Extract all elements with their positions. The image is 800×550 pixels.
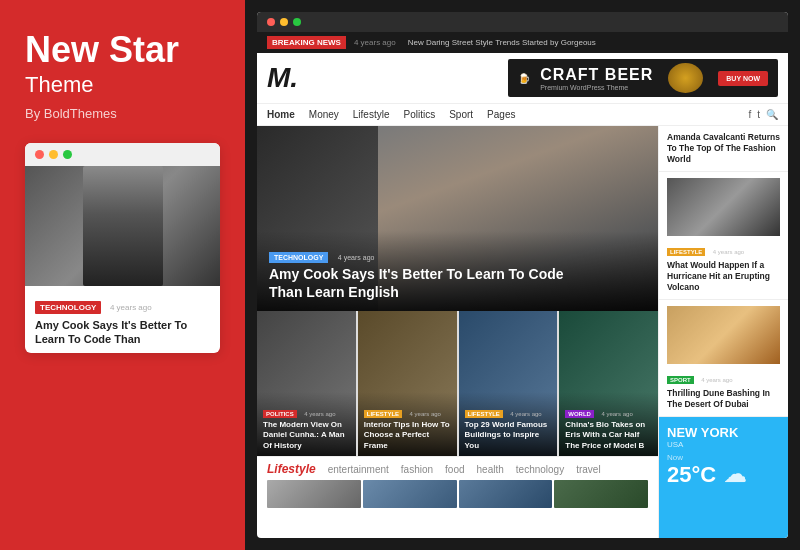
ad-title: CRAFT BEER [540, 66, 653, 84]
grid-tag-2: LIFESTYLE [364, 410, 402, 418]
search-icon[interactable]: 🔍 [766, 109, 778, 120]
sidebar-mid-image [667, 178, 780, 236]
nav-lifestyle[interactable]: Lifestyle [353, 109, 390, 120]
sidebar-bottom-tag: SPORT [667, 376, 694, 384]
featured-overlay: TECHNOLOGY 4 years ago Amy Cook Says It'… [257, 231, 658, 311]
nav-social: f t 🔍 [748, 109, 778, 120]
grid-tag-3: LIFESTYLE [465, 410, 503, 418]
ad-banner[interactable]: 🍺 CRAFT BEER Premium WordPress Theme BUY… [508, 59, 778, 97]
mini-browser: TECHNOLOGY 4 years ago Amy Cook Says It'… [25, 143, 220, 354]
nav-politics[interactable]: Politics [404, 109, 436, 120]
mini-browser-chrome [25, 143, 220, 166]
featured-headline: Amy Cook Says It's Better To Learn To Co… [269, 265, 589, 301]
byline: By BoldThemes [25, 106, 220, 121]
mini-article-age: 4 years ago [110, 303, 152, 312]
sidebar-mid-age: 4 years ago [713, 249, 744, 255]
weather-widget: NEW YORK USA Now 25°C ☁ [659, 417, 788, 538]
brand-title: New Star [25, 30, 220, 70]
grid-item-3[interactable]: LIFESTYLE 4 years ago Top 29 World Famou… [459, 311, 558, 456]
sidebar-mid-headline: What Would Happen If a Hurricane Hit an … [667, 260, 780, 293]
nav-pages[interactable]: Pages [487, 109, 515, 120]
sidebar-top-headline: Amanda Cavalcanti Returns To The Top Of … [667, 132, 780, 165]
grid-item-2[interactable]: LIFESTYLE 4 years ago Interior Tips In H… [358, 311, 457, 456]
site-header: M. 🍺 CRAFT BEER Premium WordPress Theme … [257, 53, 788, 104]
grid-overlay-2: LIFESTYLE 4 years ago Interior Tips In H… [358, 392, 457, 456]
ad-subtitle: Premium WordPress Theme [540, 84, 653, 91]
mini-article-text: TECHNOLOGY 4 years ago Amy Cook Says It'… [25, 286, 220, 354]
mini-person-figure [83, 166, 163, 286]
ad-image [668, 63, 703, 93]
mini-dot-red [35, 150, 44, 159]
nav-sport[interactable]: Sport [449, 109, 473, 120]
weather-now-label: Now [667, 453, 780, 462]
nav-home[interactable]: Home [267, 109, 295, 120]
weather-temp-value: 25°C [667, 462, 716, 488]
tab-health[interactable]: health [477, 464, 504, 475]
grid-age-3: 4 years ago [510, 411, 541, 417]
tab-food[interactable]: food [445, 464, 464, 475]
breaking-text: New Daring Street Style Trends Started b… [408, 38, 596, 47]
bottom-thumb-4 [554, 480, 648, 508]
chrome-dot-green [293, 18, 301, 26]
grid-tag-4: WORLD [565, 410, 594, 418]
tab-technology[interactable]: technology [516, 464, 564, 475]
breaking-age: 4 years ago [354, 38, 396, 47]
left-panel: New Star Theme By BoldThemes TECHNOLOGY … [0, 0, 245, 550]
nav-money[interactable]: Money [309, 109, 339, 120]
tab-fashion[interactable]: fashion [401, 464, 433, 475]
main-content: TECHNOLOGY 4 years ago Amy Cook Says It'… [257, 126, 788, 538]
ad-text-block: CRAFT BEER Premium WordPress Theme [540, 66, 653, 91]
grid-age-1: 4 years ago [304, 411, 335, 417]
grid-age-4: 4 years ago [601, 411, 632, 417]
grid-tag-1: POLITICS [263, 410, 297, 418]
breaking-news-bar: BREAKING NEWS 4 years ago New Daring Str… [257, 32, 788, 53]
bottom-thumbnails [267, 480, 648, 508]
grid-age-2: 4 years ago [410, 411, 441, 417]
bottom-thumb-2 [363, 480, 457, 508]
grid-item-4[interactable]: WORLD 4 years ago China's Bio Takes on E… [559, 311, 658, 456]
mini-article-image [25, 166, 220, 286]
beer-icon: 🍺 [518, 73, 530, 84]
browser-chrome [257, 12, 788, 32]
breaking-label: BREAKING NEWS [267, 36, 346, 49]
grid-overlay-1: POLITICS 4 years ago The Modern View On … [257, 392, 356, 456]
grid-overlay-4: WORLD 4 years ago China's Bio Takes on E… [559, 392, 658, 456]
chrome-dot-yellow [280, 18, 288, 26]
bottom-thumb-3 [459, 480, 553, 508]
grid-headline-4: China's Bio Takes on Eris With a Car Hal… [565, 420, 652, 451]
bottom-tabs: Lifestyle entertainment fashion food hea… [267, 462, 648, 476]
weather-city: NEW YORK [667, 425, 780, 440]
sidebar-bottom-image [667, 306, 780, 364]
mini-dot-yellow [49, 150, 58, 159]
grid-item-1[interactable]: POLITICS 4 years ago The Modern View On … [257, 311, 356, 456]
featured-tag: TECHNOLOGY [269, 252, 328, 263]
twitter-icon[interactable]: t [757, 109, 760, 120]
tab-lifestyle[interactable]: Lifestyle [267, 462, 316, 476]
weather-cloud-icon: ☁ [724, 462, 746, 488]
sidebar-article-mid[interactable]: LIFESTYLE 4 years ago What Would Happen … [659, 172, 788, 300]
buy-now-button[interactable]: BUY NOW [718, 71, 768, 86]
featured-article[interactable]: TECHNOLOGY 4 years ago Amy Cook Says It'… [257, 126, 658, 311]
mini-article-tag: TECHNOLOGY [35, 301, 101, 314]
right-panel: BREAKING NEWS 4 years ago New Daring Str… [245, 0, 800, 550]
grid-overlay-3: LIFESTYLE 4 years ago Top 29 World Famou… [459, 392, 558, 456]
bottom-section: Lifestyle entertainment fashion food hea… [257, 456, 658, 512]
sidebar-right: Amanda Cavalcanti Returns To The Top Of … [658, 126, 788, 538]
mini-article-headline: Amy Cook Says It's Better To Learn To Co… [35, 318, 210, 348]
grid-headline-2: Interior Tips In How To Choose a Perfect… [364, 420, 451, 451]
article-grid: POLITICS 4 years ago The Modern View On … [257, 311, 658, 456]
brand-subtitle: Theme [25, 72, 220, 98]
sidebar-article-top[interactable]: Amanda Cavalcanti Returns To The Top Of … [659, 126, 788, 172]
grid-headline-3: Top 29 World Famous Buildings to Inspire… [465, 420, 552, 451]
site-nav: Home Money Lifestyle Politics Sport Page… [257, 104, 788, 126]
sidebar-article-bottom[interactable]: SPORT 4 years ago Thrilling Dune Bashing… [659, 300, 788, 417]
grid-headline-1: The Modern View On Daniel Cunha.: A Man … [263, 420, 350, 451]
chrome-dot-red [267, 18, 275, 26]
mini-dot-green [63, 150, 72, 159]
facebook-icon[interactable]: f [748, 109, 751, 120]
tab-entertainment[interactable]: entertainment [328, 464, 389, 475]
site-logo[interactable]: M. [267, 62, 298, 94]
bottom-thumb-1 [267, 480, 361, 508]
tab-travel[interactable]: travel [576, 464, 600, 475]
mini-content: TECHNOLOGY 4 years ago Amy Cook Says It'… [25, 166, 220, 354]
